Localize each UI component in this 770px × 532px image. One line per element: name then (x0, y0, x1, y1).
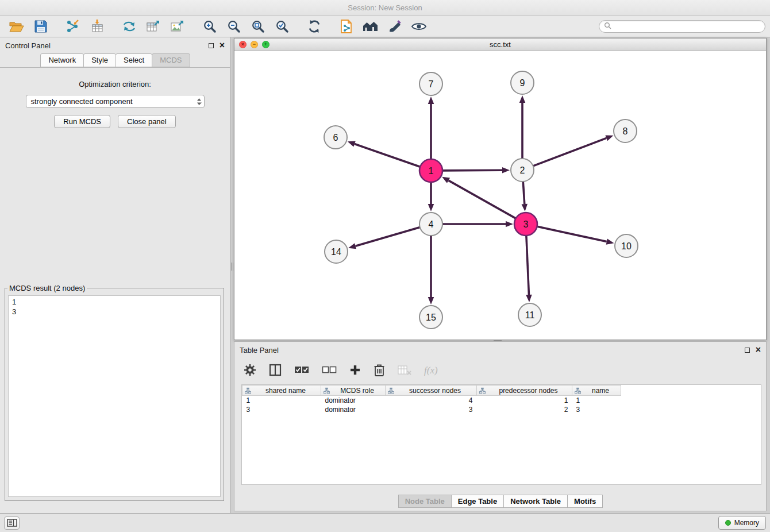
open-session-icon[interactable] (5, 17, 29, 36)
node-table: shared nameMCDS rolesuccessor nodesprede… (242, 385, 621, 414)
graph-edge-4-14[interactable] (356, 227, 421, 246)
table-row[interactable]: 1dominator411 (242, 396, 621, 406)
graph-edge-arrowhead-icon (442, 177, 450, 183)
gear-icon[interactable] (244, 364, 256, 378)
export-image-icon[interactable] (165, 17, 190, 36)
mcds-buttons-row: Run MCDS Close panel (0, 115, 230, 128)
table-cell[interactable]: dominator (321, 405, 386, 414)
window-maximize-icon[interactable]: + (262, 41, 270, 48)
table-cell[interactable]: 3 (386, 405, 477, 414)
home-icon[interactable] (359, 17, 383, 36)
optimization-criterion-dropdown[interactable]: strongly connected component (26, 95, 205, 108)
zoom-fit-icon[interactable] (246, 17, 270, 36)
import-table-icon[interactable] (85, 17, 109, 36)
panel-toggle-button[interactable] (4, 516, 20, 530)
add-column-icon[interactable] (349, 364, 361, 377)
graph-edge-2-8[interactable] (532, 138, 606, 166)
column-header-MCDS-role[interactable]: MCDS role (321, 385, 386, 396)
graph-node-label: 7 (429, 79, 434, 89)
save-session-icon[interactable] (29, 17, 53, 36)
table-row[interactable]: 3dominator323 (242, 405, 621, 414)
columns-icon[interactable] (269, 364, 282, 378)
deselect-all-icon[interactable] (322, 366, 337, 376)
graph-edge-arrowhead-icon (526, 295, 532, 302)
column-header-name[interactable]: name (572, 385, 621, 396)
list-icon (7, 519, 17, 527)
control-panel: Control Panel × Network Style Select MCD… (0, 37, 230, 513)
style-brush-icon[interactable] (383, 17, 407, 36)
float-panel-icon[interactable] (745, 348, 750, 353)
column-header-shared-name[interactable]: shared name (242, 385, 321, 396)
dropdown-selected-value: strongly connected component (31, 97, 133, 106)
graph-node-label: 15 (426, 313, 436, 322)
optimization-criterion-label: Optimization criterion: (0, 80, 230, 88)
tab-motifs[interactable]: Motifs (567, 495, 603, 508)
tab-network-table[interactable]: Network Table (503, 495, 568, 508)
graph-edge-3-1[interactable] (448, 180, 517, 219)
import-network-icon[interactable] (61, 17, 85, 36)
table-cell[interactable]: 1 (242, 396, 321, 406)
float-panel-icon[interactable] (209, 43, 214, 48)
clone-network-icon[interactable] (334, 17, 359, 36)
select-all-icon[interactable] (294, 366, 309, 376)
mcds-result-title: MCDS result (2 nodes) (7, 284, 87, 292)
column-header-label: predecessor nodes (499, 387, 557, 395)
network-canvas[interactable]: 7968124314101511 (234, 51, 766, 340)
mcds-result-list[interactable]: 1 3 (8, 295, 221, 497)
apply-layout-icon[interactable] (302, 17, 326, 36)
close-panel-icon[interactable]: × (756, 346, 761, 353)
table-cell[interactable]: 3 (242, 405, 321, 414)
table-cell[interactable]: 2 (477, 405, 572, 414)
dropdown-stepper-icon (197, 98, 202, 106)
table-cell[interactable]: 1 (572, 396, 621, 406)
table-cell[interactable]: 3 (572, 405, 621, 414)
table-cell[interactable]: 1 (477, 396, 572, 406)
graph-edge-arrowhead-icon (522, 204, 528, 211)
window-title: Session: New Session (348, 3, 422, 12)
column-header-successor-nodes[interactable]: successor nodes (386, 385, 477, 396)
tab-network[interactable]: Network (40, 53, 84, 67)
search-input[interactable] (614, 22, 760, 30)
table-panel-title: Table Panel (240, 346, 279, 354)
show-graphics-details-icon[interactable] (407, 17, 431, 36)
window-close-icon[interactable]: × (239, 41, 247, 48)
tab-edge-table[interactable]: Edge Table (451, 495, 504, 508)
zoom-in-icon[interactable] (198, 17, 222, 36)
graph-edge-3-10[interactable] (536, 226, 607, 242)
table-cell[interactable]: dominator (321, 396, 386, 406)
tab-mcds[interactable]: MCDS (152, 53, 190, 67)
function-builder-icon: f(x) (424, 365, 438, 376)
graph-node-label: 4 (429, 219, 434, 229)
tab-style[interactable]: Style (83, 53, 116, 67)
zoom-out-icon[interactable] (222, 17, 246, 36)
graph-node-label: 2 (520, 165, 525, 175)
graph-edge-1-6[interactable] (355, 144, 421, 168)
control-panel-title: Control Panel (5, 41, 51, 50)
close-panel-button[interactable]: Close panel (118, 115, 176, 128)
memory-button[interactable]: Memory (718, 516, 766, 530)
close-panel-icon[interactable]: × (220, 42, 225, 49)
network-history-icon[interactable] (117, 17, 141, 36)
table-cell[interactable]: 4 (386, 396, 477, 406)
delete-column-icon[interactable] (374, 364, 385, 378)
graph-edge-2-3[interactable] (523, 180, 525, 204)
graph-node-label: 14 (331, 247, 341, 257)
table-panel-tabs: Node Table Edge Table Network Table Moti… (234, 495, 766, 508)
column-header-label: successor nodes (409, 387, 461, 395)
toolbar-separator (326, 26, 334, 26)
node-table-container: shared nameMCDS rolesuccessor nodesprede… (241, 384, 761, 485)
search-icon (604, 22, 611, 31)
network-window-titlebar[interactable]: scc.txt × − + (234, 38, 766, 51)
export-table-icon[interactable] (141, 17, 165, 36)
tab-node-table[interactable]: Node Table (398, 495, 452, 508)
window-minimize-icon[interactable]: − (251, 41, 258, 48)
mcds-result-value: 1 (12, 297, 217, 307)
graph-edge-3-11[interactable] (526, 234, 529, 295)
column-sort-icon (324, 387, 330, 396)
zoom-selected-icon[interactable] (270, 17, 294, 36)
graph-edge-1-2[interactable] (441, 170, 502, 171)
column-header-predecessor-nodes[interactable]: predecessor nodes (477, 385, 572, 396)
run-mcds-button[interactable]: Run MCDS (54, 115, 110, 128)
search-box (599, 20, 765, 33)
tab-select[interactable]: Select (116, 53, 152, 67)
